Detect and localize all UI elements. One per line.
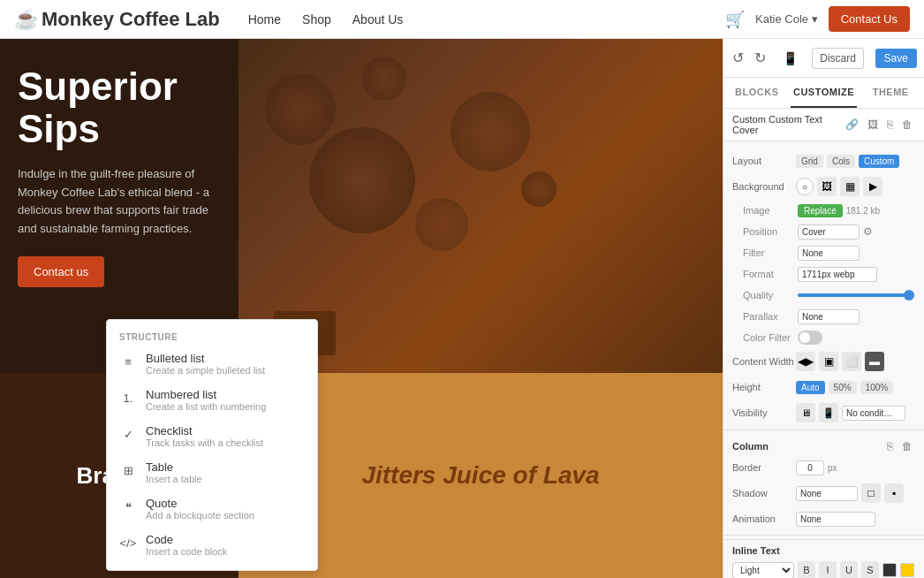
content-width-medium-button[interactable]: ▣ — [819, 352, 838, 371]
animation-select[interactable]: None — [796, 512, 875, 527]
layout-custom-button[interactable]: Custom — [859, 155, 899, 168]
breadcrumb-copy-button[interactable]: ⎘ — [884, 118, 896, 132]
layout-options: Grid Cols Custom — [796, 155, 915, 168]
shadow-select[interactable]: None — [796, 486, 858, 501]
checklist-desc: Track tasks with a checklist — [146, 437, 263, 448]
font-color-swatch[interactable] — [882, 563, 897, 577]
breadcrumb-image-button[interactable]: 🖼 — [865, 118, 881, 132]
shadow-style-2-button[interactable]: ▪ — [884, 483, 904, 503]
nav-home[interactable]: Home — [248, 12, 281, 27]
mobile-view-button[interactable]: 📱 — [779, 48, 801, 69]
bg-gradient-button[interactable]: ▦ — [840, 177, 860, 196]
underline-button[interactable]: U — [840, 561, 858, 578]
table-icon: ⊞ — [119, 461, 137, 479]
image-actions: Replace 181.2 kb — [798, 204, 915, 217]
structure-label: STRUCTURE — [107, 327, 317, 346]
layout-cols-button[interactable]: Cols — [827, 155, 855, 168]
color-filter-label: Color Filter — [743, 332, 798, 343]
height-options: Auto 50% 100% — [796, 381, 915, 394]
bulleted-list-desc: Create a simple bulleted list — [146, 365, 265, 376]
format-label: Format — [743, 269, 798, 279]
quote-title: Quote — [146, 497, 254, 510]
content-width-full-button[interactable]: ▬ — [865, 352, 884, 371]
bg-image-button[interactable]: 🖼 — [817, 177, 837, 196]
quality-row: Quality — [723, 285, 924, 306]
filter-select[interactable]: None — [798, 246, 860, 261]
column-delete-button[interactable]: 🗑 — [899, 439, 915, 453]
table-desc: Insert a table — [146, 474, 202, 484]
column-section-title: Column — [732, 441, 769, 452]
layout-label: Layout — [732, 156, 796, 166]
cart-icon[interactable]: 🛒 — [725, 10, 745, 29]
save-button[interactable]: Save — [875, 49, 917, 68]
breadcrumb-link-button[interactable]: 🔗 — [843, 118, 861, 132]
position-settings-button[interactable]: ⚙ — [863, 225, 873, 238]
italic-button[interactable]: I — [819, 561, 837, 578]
menu-item-checklist[interactable]: ✓ Checklist Track tasks with a checklist — [107, 418, 317, 454]
image-row: Image Replace 181.2 kb — [723, 200, 924, 221]
parallax-select[interactable]: None — [798, 309, 860, 324]
menu-item-numbered[interactable]: 1. Numbered list Create a list with numb… — [107, 382, 317, 418]
column-copy-button[interactable]: ⎘ — [884, 439, 896, 453]
code-desc: Insert a code block — [146, 546, 227, 557]
content-width-narrow-button[interactable]: ◀▶ — [796, 352, 815, 371]
height-auto-button[interactable]: Auto — [796, 381, 825, 394]
code-icon: </> — [119, 534, 137, 551]
visibility-mobile-button[interactable]: 📱 — [819, 403, 838, 422]
content-width-wide-button[interactable]: ⬜ — [842, 352, 861, 371]
format-options: 1711px webp — [798, 267, 915, 282]
tab-theme[interactable]: THEME — [857, 78, 924, 108]
redo-button[interactable]: ↻ — [753, 48, 768, 68]
shadow-style-1-button[interactable]: □ — [861, 483, 881, 503]
logo-text: Monkey Coffee Lab — [42, 8, 220, 31]
checklist-title: Checklist — [146, 424, 263, 437]
border-value-input[interactable] — [796, 460, 824, 475]
structure-dropdown: STRUCTURE ≡ Bulleted list Create a simpl… — [106, 319, 318, 571]
highlight-color-swatch[interactable] — [900, 563, 914, 577]
discard-button[interactable]: Discard — [812, 48, 864, 69]
height-50-button[interactable]: 50% — [829, 381, 857, 394]
undo-button[interactable]: ↺ — [731, 48, 746, 68]
position-select[interactable]: Cover — [798, 224, 860, 240]
font-select[interactable]: Light — [732, 562, 794, 579]
bulleted-list-title: Bulleted list — [146, 352, 265, 365]
numbered-list-text: Numbered list Create a list with numberi… — [146, 388, 266, 412]
nav-shop[interactable]: Shop — [302, 12, 331, 27]
nav-about[interactable]: About Us — [352, 12, 404, 27]
tab-blocks[interactable]: BLOCKS — [723, 78, 791, 108]
menu-item-code[interactable]: </> Code Insert a code block — [107, 527, 317, 563]
numbered-list-title: Numbered list — [146, 388, 266, 401]
shadow-row: Shadow None □ ▪ — [723, 480, 924, 506]
color-filter-toggle[interactable] — [798, 331, 822, 345]
bold-button[interactable]: B — [798, 561, 815, 578]
layout-grid-button[interactable]: Grid — [796, 155, 823, 168]
bg-color-circle[interactable]: ○ — [796, 178, 814, 195]
menu-item-table[interactable]: ⊞ Table Insert a table — [107, 454, 317, 491]
visibility-condition-select[interactable]: No condit… — [842, 406, 905, 421]
bg-video-button[interactable]: ▶ — [863, 177, 882, 196]
checklist-icon: ✓ — [119, 425, 137, 443]
inline-text-section: Inline Text Light B I U S … ≡ ≡ — [723, 539, 924, 578]
file-size-label: 181.2 kb — [846, 206, 880, 216]
nav-links: Home Shop About Us — [248, 12, 404, 27]
column-section-header: Column ⎘ 🗑 — [723, 434, 924, 455]
strikethrough-button[interactable]: S — [861, 561, 879, 578]
code-text: Code Insert a code block — [146, 533, 227, 557]
breadcrumb-delete-button[interactable]: 🗑 — [899, 118, 915, 132]
divider-2 — [723, 535, 924, 536]
tab-customize[interactable]: CUSTOMIZE — [791, 78, 858, 108]
format-select[interactable]: 1711px webp — [798, 267, 877, 282]
height-100-button[interactable]: 100% — [860, 381, 894, 394]
contact-button[interactable]: Contact Us — [829, 6, 910, 32]
replace-image-button[interactable]: Replace — [798, 204, 843, 217]
hero-cta-button[interactable]: Contact us — [18, 256, 104, 287]
user-menu-button[interactable]: Katie Cole ▾ — [755, 12, 818, 26]
menu-item-bulleted[interactable]: ≡ Bulleted list Create a simple bulleted… — [107, 346, 317, 382]
quality-slider-track[interactable] — [798, 293, 915, 297]
visibility-desktop-button[interactable]: 🖥 — [796, 403, 815, 422]
column-section-actions: ⎘ 🗑 — [884, 439, 915, 453]
panel-breadcrumb: Custom Custom Text Cover 🔗 🖼 ⎘ 🗑 — [723, 109, 924, 141]
site-logo: ☕ Monkey Coffee Lab — [14, 8, 220, 31]
menu-item-quote[interactable]: ❝ Quote Add a blockquote section — [107, 491, 317, 527]
visibility-options: 🖥 📱 No condit… — [796, 403, 915, 422]
